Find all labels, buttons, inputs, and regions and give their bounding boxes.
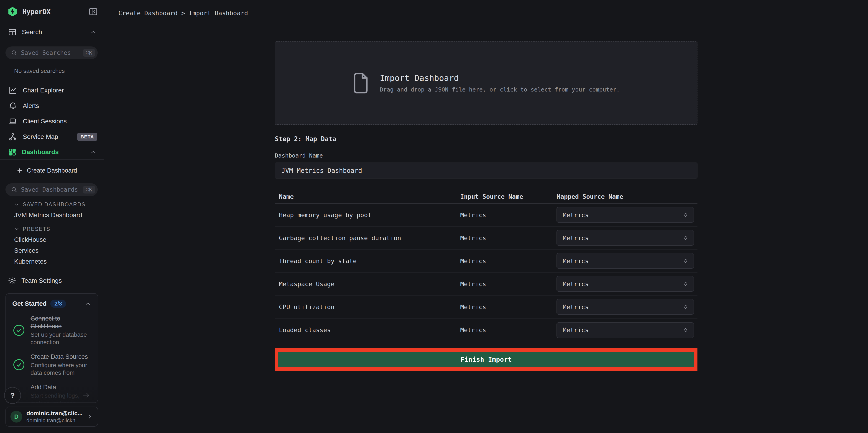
get-started-item-desc: Set up your database connection bbox=[31, 331, 90, 346]
saved-dashboards-list: JVM Metrics Dashboard bbox=[0, 210, 104, 221]
sidebar-section-search[interactable]: Search bbox=[0, 23, 104, 41]
no-saved-searches-text: No saved searches bbox=[14, 67, 104, 74]
mapped-source-select[interactable]: Metrics bbox=[557, 230, 694, 246]
hyperdx-logo-icon bbox=[7, 6, 18, 17]
sidebar-item-label: Service Map bbox=[23, 133, 58, 141]
shortcut-badge: ⌘K bbox=[83, 186, 95, 193]
table-row: Heap memory usage by pool Metrics Metric… bbox=[275, 204, 698, 226]
top-bar: Create Dashboard > Import Dashboard bbox=[104, 0, 868, 26]
file-icon bbox=[352, 72, 369, 94]
chevron-right-icon bbox=[86, 413, 93, 420]
presets-group[interactable]: PRESETS bbox=[0, 224, 104, 234]
saved-searches-search[interactable]: ⌘K bbox=[5, 47, 98, 59]
select-chevrons-icon bbox=[682, 304, 689, 310]
magnifier-icon bbox=[11, 50, 17, 56]
row-input-source: Metrics bbox=[456, 257, 552, 265]
sidebar-item-preset[interactable]: Kubernetes bbox=[0, 256, 104, 267]
progress-badge: 2/3 bbox=[50, 300, 66, 308]
chevron-up-icon[interactable] bbox=[85, 300, 91, 307]
table-row: Loaded classes Metrics Metrics bbox=[275, 318, 698, 341]
table-row: Metaspace Usage Metrics Metrics bbox=[275, 273, 698, 296]
row-name: Thread count by state bbox=[275, 257, 456, 265]
beta-badge: BETA bbox=[77, 133, 97, 141]
column-header-name: Name bbox=[275, 193, 456, 200]
group-label-text: PRESETS bbox=[23, 226, 50, 232]
row-name: CPU utilization bbox=[275, 304, 456, 311]
row-input-source: Metrics bbox=[456, 304, 552, 311]
saved-dashboards-search[interactable]: ⌘K bbox=[5, 183, 98, 196]
sidebar-item-alerts[interactable]: Alerts bbox=[0, 98, 104, 114]
table-row: CPU utilization Metrics Metrics bbox=[275, 296, 698, 318]
mapping-table: Name Input Source Name Mapped Source Nam… bbox=[275, 190, 698, 341]
selected-value: Metrics bbox=[563, 257, 589, 265]
presets-list: ClickHouse Services Kubernetes bbox=[0, 234, 104, 267]
help-icon: ? bbox=[10, 391, 15, 400]
mapped-source-select[interactable]: Metrics bbox=[557, 276, 694, 291]
chart-explorer-icon bbox=[8, 86, 17, 95]
user-name: dominic.tran@clic... bbox=[26, 410, 83, 417]
dropzone-title: Import Dashboard bbox=[380, 73, 620, 83]
saved-searches-input[interactable] bbox=[21, 50, 83, 56]
chevron-up-icon[interactable] bbox=[90, 149, 97, 155]
mapped-source-select[interactable]: Metrics bbox=[557, 299, 694, 315]
dropzone-subtitle: Drag and drop a JSON file here, or click… bbox=[380, 86, 620, 93]
sidebar-section-label: Dashboards bbox=[22, 148, 59, 156]
dashboard-name-input[interactable] bbox=[275, 162, 698, 179]
sidebar-item-chart-explorer[interactable]: Chart Explorer bbox=[0, 83, 104, 98]
service-map-icon bbox=[8, 132, 17, 142]
arrow-right-icon bbox=[82, 391, 90, 399]
sidebar-item-preset[interactable]: ClickHouse bbox=[0, 234, 104, 245]
selected-value: Metrics bbox=[563, 280, 589, 287]
row-name: Loaded classes bbox=[275, 327, 456, 334]
group-label-text: SAVED DASHBOARDS bbox=[23, 202, 86, 208]
mapped-source-select[interactable]: Metrics bbox=[557, 322, 694, 338]
select-chevrons-icon bbox=[682, 327, 689, 334]
row-name: Heap memory usage by pool bbox=[275, 212, 456, 219]
get-started-header[interactable]: Get Started 2/3 bbox=[12, 300, 91, 308]
selected-value: Metrics bbox=[563, 212, 589, 219]
get-started-item-connect[interactable]: Connect to ClickHouse Set up your databa… bbox=[12, 315, 91, 346]
saved-dashboards-group[interactable]: SAVED DASHBOARDS bbox=[0, 199, 104, 210]
sidebar-item-saved-dashboard[interactable]: JVM Metrics Dashboard bbox=[0, 210, 104, 221]
sidebar-item-service-map[interactable]: Service Map BETA bbox=[0, 129, 104, 145]
shortcut-badge: ⌘K bbox=[83, 49, 95, 57]
selected-value: Metrics bbox=[563, 327, 589, 334]
sidebar-section-label: Search bbox=[22, 28, 42, 36]
mapped-source-select[interactable]: Metrics bbox=[557, 253, 694, 269]
column-header-mapped-source: Mapped Source Name bbox=[552, 193, 698, 200]
breadcrumb[interactable]: Create Dashboard > Import Dashboard bbox=[104, 9, 248, 17]
avatar: D bbox=[10, 411, 22, 423]
sidebar-item-client-sessions[interactable]: Client Sessions bbox=[0, 114, 104, 129]
chevron-up-icon[interactable] bbox=[90, 29, 97, 35]
get-started-item-title: Add Data bbox=[31, 383, 81, 391]
user-menu[interactable]: D dominic.tran@clic... dominic.tran@clic… bbox=[5, 407, 98, 427]
get-started-item-add-data[interactable]: Add Data Start sending logs, metrics, or… bbox=[12, 383, 91, 403]
create-dashboard-label: Create Dashboard bbox=[27, 167, 77, 174]
finish-import-button[interactable]: Finish Import bbox=[278, 352, 694, 367]
mapped-source-select[interactable]: Metrics bbox=[557, 207, 694, 223]
table-header-row: Name Input Source Name Mapped Source Nam… bbox=[275, 190, 698, 204]
get-started-item-desc: Start sending logs, metrics, or traces bbox=[31, 392, 81, 403]
row-input-source: Metrics bbox=[456, 235, 552, 242]
row-input-source: Metrics bbox=[456, 280, 552, 287]
sidebar-item-preset[interactable]: Services bbox=[0, 245, 104, 256]
get-started-title: Get Started bbox=[12, 300, 47, 307]
selected-value: Metrics bbox=[563, 304, 589, 311]
import-dropzone[interactable]: Import Dashboard Drag and drop a JSON fi… bbox=[275, 41, 698, 125]
help-button[interactable]: ? bbox=[4, 387, 21, 404]
selected-value: Metrics bbox=[563, 235, 589, 242]
sidebar-nav: Chart Explorer Alerts Client Sessions bbox=[0, 83, 104, 145]
get-started-item-sources[interactable]: Create Data Sources Configure where your… bbox=[12, 353, 91, 376]
create-dashboard-button[interactable]: Create Dashboard bbox=[0, 163, 104, 178]
get-started-panel: Get Started 2/3 Connect to ClickHouse Se… bbox=[5, 293, 98, 403]
saved-dashboards-input[interactable] bbox=[21, 186, 83, 193]
collapse-sidebar-icon[interactable] bbox=[88, 7, 98, 17]
dashboard-name-label: Dashboard Name bbox=[275, 152, 698, 159]
select-chevrons-icon bbox=[682, 280, 689, 287]
sidebar-item-label: Chart Explorer bbox=[23, 87, 64, 94]
table-row: Thread count by state Metrics Metrics bbox=[275, 249, 698, 273]
sidebar-item-team-settings[interactable]: Team Settings bbox=[0, 273, 104, 288]
logo-row: HyperDX bbox=[0, 0, 104, 23]
sidebar-section-dashboards[interactable]: Dashboards bbox=[0, 145, 104, 160]
table-row: Garbage collection pause duration Metric… bbox=[275, 226, 698, 249]
